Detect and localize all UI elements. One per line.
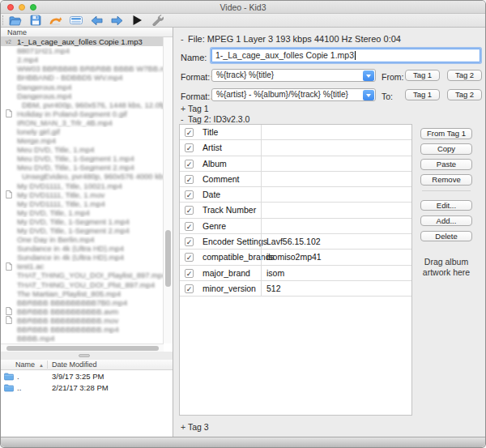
revert-icon[interactable] [49,15,62,26]
format-down-combobox[interactable]: %{artist} - %{album}/%{track} %{title} [211,88,376,101]
dropdown-arrow-icon[interactable] [363,70,374,81]
field-checkbox[interactable]: ✓ [185,237,194,246]
tag-field-row[interactable]: ✓Genre [180,219,411,234]
field-checkbox[interactable]: ✓ [185,190,194,199]
file-list-vertical-scrollbar[interactable] [163,37,173,343]
select-all-icon[interactable] [70,15,83,26]
field-value[interactable] [261,172,411,187]
open-icon[interactable] [9,15,22,26]
delete-button[interactable]: Delete [420,231,472,242]
file-list-item[interactable]: Sundance in 4k (Ultra HD).mp4 [1,253,164,262]
file-list-item[interactable]: 88071H21.mp4 [1,46,164,55]
tag-field-row[interactable]: ✓Title [180,125,411,140]
file-list-item[interactable]: My DVD, Title, 1.mp4 [1,208,164,217]
tag3-section-toggle[interactable]: +Tag 3 [181,422,209,432]
directory-row[interactable]: ..2/21/17 3:28 PM [1,382,173,394]
file-info-line[interactable]: -File: MPEG 1 Layer 3 193 kbps 44100 Hz … [181,34,401,44]
field-checkbox[interactable]: ✓ [185,175,194,184]
previous-file-icon[interactable] [90,15,103,26]
field-value[interactable]: Lavf56.15.102 [261,234,411,250]
file-list-item[interactable]: Meu DVD, Title, 1-Segment 1.mp4 [1,154,164,163]
panel-splitter[interactable] [1,352,173,360]
file-list-item[interactable]: Dangerous.mp4 [1,82,164,91]
file-list-item[interactable]: My DVD1111, Title, 1.mov [1,190,164,199]
next-file-icon[interactable] [110,15,123,26]
file-list-item[interactable]: 2.mp4 [1,55,164,64]
to-tag2-button[interactable]: Tag 2 [447,89,482,100]
to-tag1-button[interactable]: Tag 1 [405,89,440,100]
field-checkbox[interactable]: ✓ [185,128,194,137]
file-list-item[interactable]: THAT_THING_YOU_DO!_Plst_897.mp4 [1,280,164,289]
dir-column-date-modified[interactable]: Date Modified [52,360,97,370]
field-value[interactable] [261,219,411,234]
toolbar-drag-handle[interactable] [2,15,5,25]
field-checkbox[interactable]: ✓ [185,222,194,231]
tag-field-row[interactable]: ✓Track Number [180,203,411,218]
field-value[interactable]: 512 [261,281,411,297]
copy-button[interactable]: Copy [420,143,472,155]
vertical-scrollbar-thumb[interactable] [165,230,171,287]
tag-field-row[interactable]: ✓Date [180,187,411,203]
play-icon[interactable] [130,15,143,26]
field-value[interactable] [261,203,411,218]
file-list-item[interactable]: BBRBBB BBBBBBBBB7B0.mp4 [1,298,164,307]
field-value[interactable] [261,156,411,172]
tag2-section-toggle[interactable]: -Tag 2: ID3v2.3.0 [181,114,249,124]
file-list-item[interactable]: THAT_THING_YOU_DO!_Playlist_897.mp4 [1,271,164,279]
file-list-item[interactable]: My DVD, Title, 1-Segment 2.mp4 [1,226,164,235]
file-list-item[interactable]: BBRBBB BBBBBBBBBB.mp4 [1,325,164,334]
dir-column-name[interactable]: Name [15,360,35,370]
file-list-item[interactable]: Dangerous.mp4 [1,92,164,100]
field-checkbox[interactable]: ✓ [185,143,194,152]
format-up-combobox[interactable]: %{track} %{title} [211,69,376,82]
file-list-item[interactable]: One Day in Berlin.mp4 [1,235,164,244]
tag-field-row[interactable]: ✓Artist [180,140,411,156]
remove-button[interactable]: Remove [420,174,472,186]
settings-icon[interactable] [151,15,164,26]
file-list-item[interactable]: lonely girl.gif [1,127,164,136]
field-value[interactable] [261,140,411,156]
file-list-item[interactable]: My DVD, Title, 1-Segment 1.mp4 [1,217,164,226]
file-list-item[interactable]: BBBB.mp4 [1,334,164,343]
file-list-item[interactable]: Meu DVD, Title, 1.mp4 [1,145,164,154]
file-list-item[interactable]: test1.ac [1,262,164,271]
horizontal-scrollbar-thumb[interactable] [6,346,159,351]
file-list-item[interactable]: DBM, pvr400p, 960x576, 1448 kbs, 12.0fp [1,100,164,109]
file-list-item[interactable]: WW03 BBRBB8B BRBRBB BBBB W7BB.mp4 [1,64,164,73]
file-list-item[interactable]: Sundance in 4k (Ultra HD).mp4 [1,244,164,253]
field-value[interactable]: isomiso2mp41 [261,250,411,265]
file-list-item[interactable]: BBRBBB BBBBBBBBBB.mov [1,316,164,325]
from-tag1-button[interactable]: Tag 1 [405,70,440,81]
field-checkbox[interactable]: ✓ [185,253,194,262]
tag-field-row[interactable]: ✓Encoder SettingsLavf56.15.102 [180,234,411,250]
add-button[interactable]: Add... [420,215,472,227]
field-checkbox[interactable]: ✓ [185,206,194,215]
directory-row[interactable]: .3/9/17 3:25 PM [1,371,173,382]
file-list-item[interactable]: The Martian_Playlist_805.mp4 [1,289,164,298]
expand-icon[interactable]: + [181,104,188,113]
tag-field-row[interactable]: ✓Album [180,156,411,172]
edit-button[interactable]: Edit... [420,200,472,211]
album-artwork-dropzone[interactable]: Drag album artwork here [414,257,479,278]
field-checkbox[interactable]: ✓ [185,269,194,278]
collapse-icon[interactable]: - [181,114,188,124]
field-value[interactable] [261,125,411,140]
file-list-item[interactable]: BHBBAND - BDBBD5 WV.mp4 [1,73,164,82]
field-checkbox[interactable]: ✓ [185,284,194,293]
file-list-item[interactable]: IRON_MAN_3_Trlr_4B.mp4 [1,118,164,127]
file-list-item[interactable]: BBRBBB BBBBBBBBBB.avm [1,307,164,316]
save-icon[interactable] [29,15,42,26]
file-list-item[interactable]: UnsegEvideo, pvr480p, 960x576 4000 kbs, [1,172,164,181]
expand-icon[interactable]: + [181,422,188,432]
collapse-marker[interactable]: - [181,34,188,44]
column-divider[interactable] [47,361,48,369]
file-list-horizontal-scrollbar[interactable] [1,343,164,352]
file-list-header[interactable]: Name [1,28,173,37]
file-list-item[interactable]: My DVD1111, Title, 10021.mp4 [1,181,164,190]
filename-input[interactable]: 1-_La_cage_aux_folles Copie 1.mp3 [211,49,480,62]
file-list-item[interactable]: Holiday in Poland-Segment 0.gif [1,109,164,118]
field-checkbox[interactable]: ✓ [185,160,194,169]
dropdown-arrow-icon[interactable] [363,90,374,100]
tag-field-row[interactable]: ✓major_brandisom [180,266,411,281]
tag-field-row[interactable]: ✓compatible_brandsisomiso2mp41 [180,250,411,265]
